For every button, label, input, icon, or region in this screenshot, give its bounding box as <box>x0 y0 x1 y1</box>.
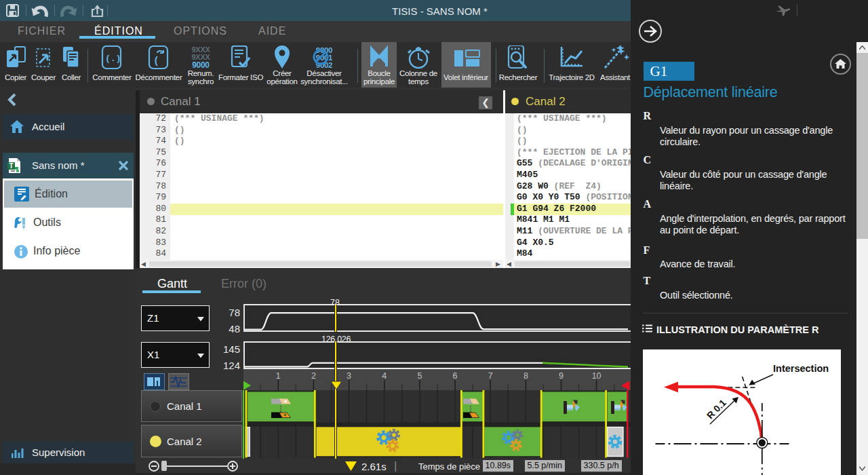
svg-text:T: T <box>9 162 13 170</box>
svg-text:(: ( <box>153 56 159 67</box>
svg-text:(.): (.) <box>105 54 121 64</box>
svg-text:Intersection: Intersection <box>773 363 829 374</box>
svg-text:8: 8 <box>524 371 528 381</box>
svg-text:4: 4 <box>382 371 387 381</box>
svg-text:3: 3 <box>347 371 351 381</box>
svg-text:5: 5 <box>417 371 422 381</box>
svg-text:6: 6 <box>453 371 458 381</box>
svg-text:9: 9 <box>559 371 564 381</box>
svg-text:7: 7 <box>488 371 493 381</box>
svg-text:2: 2 <box>311 371 316 381</box>
svg-text:1: 1 <box>276 371 281 381</box>
svg-text:10: 10 <box>592 371 601 381</box>
